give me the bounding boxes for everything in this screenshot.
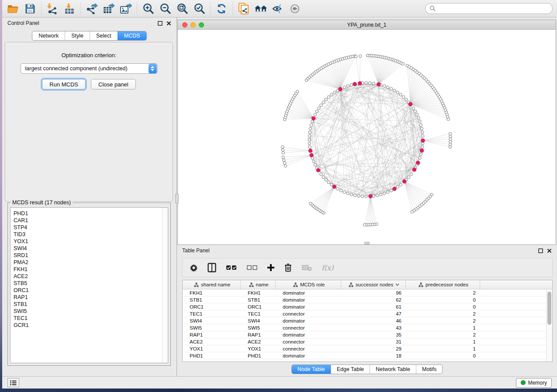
zoom-out-icon[interactable] [159, 3, 172, 15]
deselect-all-icon[interactable] [247, 265, 257, 271]
table-row[interactable]: TEC1TEC1connector472 [183, 310, 552, 317]
network-node[interactable] [333, 91, 336, 94]
network-node[interactable] [449, 138, 452, 141]
network-node[interactable] [311, 120, 314, 123]
optimization-criterion-select[interactable]: largest connected component (undirected) [21, 63, 158, 74]
network-node[interactable] [343, 191, 346, 193]
network-node[interactable] [339, 189, 342, 192]
split-pane-icon[interactable] [208, 263, 216, 272]
network-hub-node[interactable] [308, 149, 312, 152]
network-node[interactable] [421, 146, 424, 148]
network-node[interactable] [309, 127, 311, 130]
column-header-successor_nodes[interactable]: successor nodes [341, 280, 406, 289]
save-icon[interactable] [24, 3, 37, 15]
zoom-selected-icon[interactable] [193, 3, 206, 15]
show-all-icon[interactable] [288, 3, 301, 15]
gear-icon[interactable] [190, 264, 198, 272]
network-node[interactable] [396, 91, 399, 94]
network-node[interactable] [449, 141, 452, 143]
result-item[interactable]: FKH1 [14, 266, 162, 273]
float-panel-icon[interactable] [158, 21, 163, 26]
network-node[interactable] [322, 101, 325, 103]
network-node[interactable] [405, 98, 408, 101]
network-node[interactable] [411, 210, 413, 213]
network-node[interactable] [402, 96, 405, 98]
network-node[interactable] [284, 165, 287, 167]
table-row[interactable]: SWI5SWI5connector431 [183, 324, 552, 331]
network-hub-node[interactable] [377, 83, 381, 86]
vertical-splitter-handle[interactable] [175, 194, 179, 203]
window-minimize-icon[interactable] [190, 22, 196, 28]
result-item[interactable]: ACE2 [14, 273, 162, 280]
mcds-result-list[interactable]: PHD1CAR1STP4TID3YOX1SWI4SRD1PMA2FKH1ACE2… [10, 207, 168, 363]
network-node[interactable] [343, 86, 346, 89]
network-node[interactable] [282, 156, 284, 158]
table-row[interactable]: RAP1RAP1dominator352 [183, 331, 552, 338]
task-history-button[interactable] [7, 378, 19, 387]
home-icon[interactable] [254, 3, 267, 15]
tab-select[interactable]: Select [90, 31, 118, 40]
result-list-scrollbar[interactable] [162, 208, 168, 363]
table-scrollbar[interactable] [546, 290, 552, 361]
column-header-predecessor_nodes[interactable]: predecessor nodes [406, 280, 480, 289]
network-node[interactable] [283, 159, 285, 162]
network-node[interactable] [422, 134, 424, 137]
network-node[interactable] [387, 191, 389, 193]
network-node[interactable] [330, 93, 333, 96]
network-node[interactable] [393, 89, 396, 92]
network-node[interactable] [376, 194, 378, 196]
network-node[interactable] [354, 55, 357, 58]
network-node[interactable] [449, 146, 451, 148]
zoom-in-icon[interactable] [142, 3, 155, 15]
table-row[interactable]: ACE2ACE2connector311 [183, 338, 552, 345]
network-hub-node[interactable] [421, 139, 425, 142]
table-row[interactable]: STB1STB1dominator620 [183, 296, 552, 303]
network-node[interactable] [415, 113, 418, 116]
network-node[interactable] [410, 173, 412, 175]
network-node[interactable] [281, 146, 284, 148]
network-node[interactable] [312, 160, 315, 163]
result-item[interactable]: TEC1 [14, 315, 162, 322]
tab-motifs[interactable]: Motifs [416, 365, 442, 374]
network-node[interactable] [408, 176, 410, 179]
network-node[interactable] [350, 83, 353, 86]
network-node[interactable] [449, 143, 452, 146]
network-node[interactable] [308, 142, 311, 144]
run-mcds-button[interactable]: Run MCDS [42, 79, 86, 89]
float-panel-icon[interactable] [538, 248, 543, 253]
open-folder-icon[interactable] [7, 3, 20, 15]
tab-network-table[interactable]: Network Table [370, 365, 416, 374]
result-item[interactable]: GCR1 [14, 322, 162, 329]
network-node[interactable] [314, 163, 316, 166]
network-node[interactable] [327, 96, 330, 98]
network-node[interactable] [419, 153, 422, 155]
import-network-icon[interactable] [46, 3, 59, 15]
network-node[interactable] [309, 202, 312, 205]
close-panel-icon[interactable] [547, 248, 552, 253]
memory-button[interactable]: Memory [516, 378, 552, 388]
result-item[interactable]: STP4 [14, 224, 162, 231]
network-node[interactable] [320, 173, 322, 175]
network-node[interactable] [379, 193, 382, 196]
result-item[interactable]: SWI5 [14, 308, 162, 315]
add-column-icon[interactable] [267, 264, 275, 272]
network-node[interactable] [346, 85, 349, 87]
network-hub-node[interactable] [339, 87, 342, 91]
horizontal-splitter-handle[interactable] [364, 242, 370, 244]
network-node[interactable] [357, 195, 360, 197]
node-table[interactable]: shared namenameMCDS rolesuccessor nodesp… [182, 280, 553, 362]
network-node[interactable] [353, 194, 356, 196]
network-node[interactable] [320, 104, 322, 107]
network-node[interactable] [327, 181, 330, 184]
result-item[interactable]: SWI4 [14, 245, 162, 252]
table-row[interactable]: FKH1FKH1dominator962 [183, 289, 552, 296]
zoom-fit-icon[interactable] [176, 3, 189, 15]
network-node[interactable] [336, 187, 339, 190]
search-input[interactable] [425, 3, 553, 14]
network-node[interactable] [296, 90, 299, 93]
table-header-row[interactable]: shared namenameMCDS rolesuccessor nodesp… [183, 280, 552, 289]
network-node[interactable] [325, 98, 327, 101]
network-node[interactable] [390, 87, 392, 90]
network-hub-node[interactable] [358, 82, 362, 85]
result-item[interactable]: SRD1 [14, 252, 162, 259]
